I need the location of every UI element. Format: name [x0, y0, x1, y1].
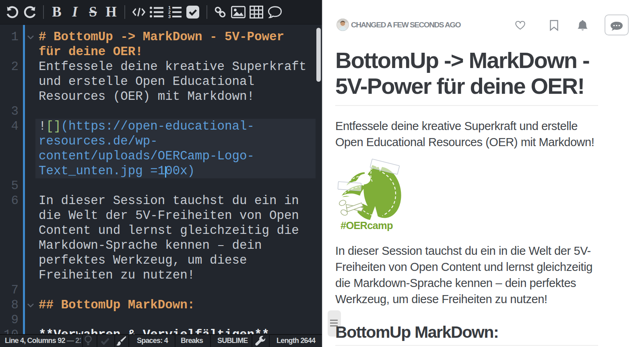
- svg-text:3: 3: [168, 14, 171, 19]
- svg-text:#OERcamp: #OERcamp: [341, 220, 393, 231]
